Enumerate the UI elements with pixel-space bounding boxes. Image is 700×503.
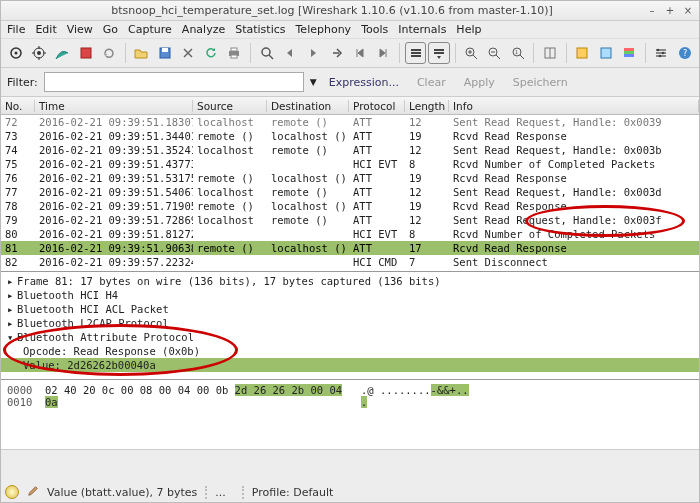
toolbar: 1 ?	[1, 39, 699, 68]
menu-view[interactable]: View	[67, 23, 93, 36]
reload-icon[interactable]	[200, 42, 221, 64]
hex-row-1[interactable]: 0010 0a 40 20 0c 00 08 00 04 00 0b 2d 26…	[7, 396, 693, 408]
svg-rect-24	[624, 51, 634, 54]
capture-filters-icon[interactable]	[572, 42, 593, 64]
close-file-icon[interactable]	[177, 42, 198, 64]
tree-opcode[interactable]: Opcode: Read Response (0x0b)	[1, 344, 699, 358]
restart-capture-icon[interactable]	[98, 42, 119, 64]
go-forward-icon[interactable]	[303, 42, 324, 64]
packet-row[interactable]: 742016-02-21 09:39:51.352419localhostrem…	[1, 143, 699, 157]
edit-icon[interactable]	[27, 485, 39, 500]
help-icon[interactable]: ?	[674, 42, 695, 64]
menu-go[interactable]: Go	[103, 23, 118, 36]
filter-dropdown-icon[interactable]: ▼	[310, 77, 317, 87]
save-icon[interactable]	[154, 42, 175, 64]
menu-analyze[interactable]: Analyze	[182, 23, 225, 36]
svg-rect-21	[577, 48, 587, 58]
close-button[interactable]: ×	[681, 4, 695, 18]
svg-rect-25	[624, 54, 634, 57]
col-destination[interactable]: Destination	[267, 100, 349, 112]
packet-row[interactable]: 722016-02-21 09:39:51.183079localhostrem…	[1, 115, 699, 129]
menu-tools[interactable]: Tools	[361, 23, 388, 36]
status-packets: ...	[205, 486, 234, 499]
menu-edit[interactable]: Edit	[35, 23, 56, 36]
svg-rect-11	[411, 49, 421, 51]
tree-btatt[interactable]: ▾Bluetooth Attribute Protocol	[1, 330, 699, 344]
svg-rect-9	[231, 55, 237, 58]
print-icon[interactable]	[224, 42, 245, 64]
go-first-icon[interactable]	[349, 42, 370, 64]
menu-statistics[interactable]: Statistics	[235, 23, 285, 36]
display-filters-icon[interactable]	[595, 42, 616, 64]
stop-capture-icon[interactable]	[75, 42, 96, 64]
svg-text:?: ?	[683, 49, 687, 58]
menu-file[interactable]: File	[7, 23, 25, 36]
interfaces-icon[interactable]	[5, 42, 26, 64]
go-to-icon[interactable]	[326, 42, 347, 64]
svg-point-10	[262, 48, 270, 56]
coloring-rules-icon[interactable]	[618, 42, 639, 64]
packet-row[interactable]: 762016-02-21 09:39:51.531757remote ()loc…	[1, 171, 699, 185]
svg-point-3	[37, 51, 41, 55]
svg-point-1	[14, 52, 17, 55]
menu-help[interactable]: Help	[456, 23, 481, 36]
options-icon[interactable]	[28, 42, 49, 64]
apply-button[interactable]: Apply	[458, 74, 501, 91]
zoom-in-icon[interactable]	[461, 42, 482, 64]
col-protocol[interactable]: Protocol	[349, 100, 405, 112]
resize-columns-icon[interactable]	[539, 42, 560, 64]
open-icon[interactable]	[131, 42, 152, 64]
minimize-button[interactable]: –	[645, 4, 659, 18]
tree-value[interactable]: Value: 2d26262b00040a	[1, 358, 699, 372]
col-info[interactable]: Info	[449, 100, 699, 112]
svg-rect-15	[434, 52, 444, 54]
start-capture-icon[interactable]	[52, 42, 73, 64]
menu-telephony[interactable]: Telephony	[296, 23, 352, 36]
packet-row[interactable]: 822016-02-21 09:39:57.223243HCI_CMD7Sent…	[1, 255, 699, 269]
go-last-icon[interactable]	[373, 42, 394, 64]
clear-button[interactable]: Clear	[411, 74, 452, 91]
window-title: btsnoop_hci_temperature_set.log [Wiresha…	[19, 4, 645, 17]
packet-row[interactable]: 792016-02-21 09:39:51.728690localhostrem…	[1, 213, 699, 227]
packet-bytes-pane[interactable]: 0000 02 40 20 0c 00 08 00 04 00 0b 2d 26…	[1, 380, 699, 450]
col-source[interactable]: Source	[193, 100, 267, 112]
find-icon[interactable]	[256, 42, 277, 64]
hex-row-0[interactable]: 0000 02 40 20 0c 00 08 00 04 00 0b 2d 26…	[7, 384, 693, 396]
svg-text:1: 1	[515, 49, 518, 55]
expert-info-icon[interactable]	[5, 485, 19, 499]
status-field: Value (btatt.value), 7 bytes	[47, 486, 197, 499]
menu-internals[interactable]: Internals	[398, 23, 446, 36]
col-length[interactable]: Length	[405, 100, 449, 112]
packet-list-pane[interactable]: No. Time Source Destination Protocol Len…	[1, 97, 699, 272]
go-back-icon[interactable]	[279, 42, 300, 64]
packet-row[interactable]: 732016-02-21 09:39:51.344016remote ()loc…	[1, 129, 699, 143]
packet-row[interactable]: 802016-02-21 09:39:51.812727HCI_EVT8Rcvd…	[1, 227, 699, 241]
menu-capture[interactable]: Capture	[128, 23, 172, 36]
status-profile[interactable]: Profile: Default	[242, 486, 342, 499]
zoom-reset-icon[interactable]: 1	[507, 42, 528, 64]
packet-row[interactable]: 782016-02-21 09:39:51.719052remote ()loc…	[1, 199, 699, 213]
tree-l2cap[interactable]: ▸Bluetooth L2CAP Protocol	[1, 316, 699, 330]
zoom-out-icon[interactable]	[484, 42, 505, 64]
colorize-icon[interactable]	[405, 42, 426, 64]
expression-button[interactable]: Expression...	[323, 74, 405, 91]
tree-hci-acl[interactable]: ▸Bluetooth HCI ACL Packet	[1, 302, 699, 316]
auto-scroll-icon[interactable]	[428, 42, 449, 64]
maximize-button[interactable]: +	[663, 4, 677, 18]
filter-input[interactable]	[44, 72, 304, 92]
statusbar: Value (btatt.value), 7 bytes ... Profile…	[1, 482, 699, 502]
preferences-icon[interactable]	[651, 42, 672, 64]
tree-hci-h4[interactable]: ▸Bluetooth HCI H4	[1, 288, 699, 302]
menubar: File Edit View Go Capture Analyze Statis…	[1, 21, 699, 39]
tree-frame[interactable]: ▸Frame 81: 17 bytes on wire (136 bits), …	[1, 274, 699, 288]
packet-details-pane[interactable]: ▸Frame 81: 17 bytes on wire (136 bits), …	[1, 272, 699, 380]
packet-row[interactable]: 772016-02-21 09:39:51.540677localhostrem…	[1, 185, 699, 199]
packet-row[interactable]: 812016-02-21 09:39:51.906389remote ()loc…	[1, 241, 699, 255]
svg-point-30	[662, 52, 665, 55]
svg-rect-8	[231, 48, 237, 51]
save-filter-button[interactable]: Speichern	[507, 74, 574, 91]
col-no[interactable]: No.	[1, 100, 35, 112]
svg-rect-6	[162, 48, 168, 52]
packet-row[interactable]: 752016-02-21 09:39:51.437734HCI_EVT8Rcvd…	[1, 157, 699, 171]
col-time[interactable]: Time	[35, 100, 193, 112]
